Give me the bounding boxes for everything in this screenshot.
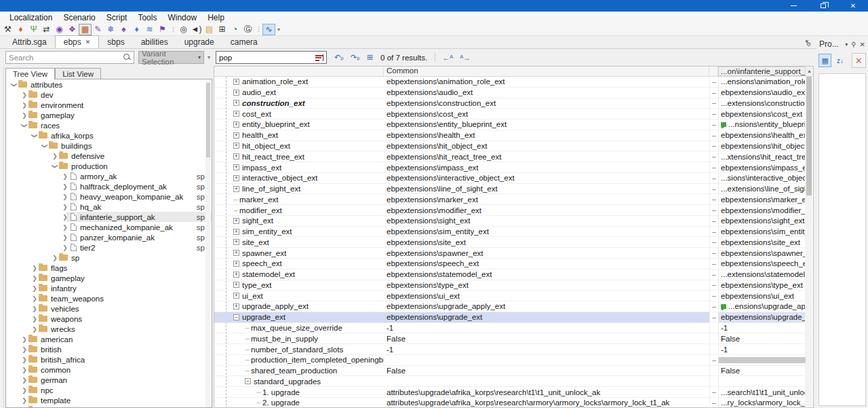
grid-scrollbar-thumb[interactable]: [806, 77, 812, 196]
chevron-expanded-icon[interactable]: ❯: [21, 122, 28, 130]
clear-button[interactable]: ✕: [852, 53, 866, 68]
toolbar-overflow-icon[interactable]: ▾: [208, 54, 210, 60]
tree-item-hq_ak[interactable]: ❯hq_aksp: [6, 202, 212, 212]
chevron-expanded-icon[interactable]: ❯: [52, 162, 58, 170]
tree-scrollbar-thumb[interactable]: [206, 83, 210, 157]
tree-item-team_weapons[interactable]: ❯team_weapons: [6, 293, 212, 303]
tree-item-production[interactable]: ❯production: [6, 161, 212, 171]
menu-item-tools[interactable]: Tools: [132, 12, 162, 23]
snowflake-icon[interactable]: ❄: [104, 24, 117, 35]
expand-plus-icon[interactable]: +: [233, 272, 239, 278]
grid-row-health_ext[interactable]: +health_extebpextensions\health_ext–ebpe…: [214, 130, 813, 141]
grid-row-type_ext[interactable]: +type_extebpextensions\type_ext–ebpexten…: [214, 280, 813, 291]
menu-item-help[interactable]: Help: [202, 12, 230, 23]
tree-item-american[interactable]: ❯american: [6, 334, 212, 344]
grid-row-audio_ext[interactable]: +audio_extebpextensions\audio_ext–ebpext…: [214, 88, 813, 98]
chevron-collapsed-icon[interactable]: ❯: [20, 377, 28, 384]
grid-row-max_queue_size_override[interactable]: ---max_queue_size_override-1-1: [214, 323, 813, 334]
tree-item-afrika_korps[interactable]: ❯afrika_korps: [6, 130, 212, 141]
find-all-icon[interactable]: ⊞: [367, 53, 373, 62]
scroll-up-icon[interactable]: ▲: [806, 67, 813, 76]
speaker-icon[interactable]: ◄): [190, 24, 203, 35]
filter-icon[interactable]: [315, 54, 323, 61]
droplet-icon[interactable]: ♦: [130, 24, 143, 35]
chevron-expanded-icon[interactable]: ❯: [11, 81, 18, 89]
tree-item-halftrack_deployment_ak[interactable]: ❯halftrack_deployment_aksp: [6, 181, 212, 191]
chevron-collapsed-icon[interactable]: ❯: [20, 367, 28, 373]
toolbar-overflow-icon[interactable]: ▾: [277, 26, 280, 33]
chevron-collapsed-icon[interactable]: ❯: [20, 397, 28, 404]
find-input[interactable]: pop: [216, 51, 327, 64]
expand-plus-icon[interactable]: +: [233, 175, 239, 181]
find-next-icon[interactable]: ↷ₚ: [351, 53, 360, 62]
tab-camera[interactable]: camera: [222, 35, 266, 48]
chevron-collapsed-icon[interactable]: ❯: [51, 153, 59, 160]
chevron-none[interactable]: ❯: [61, 214, 69, 221]
chevron-none[interactable]: ❯: [61, 224, 69, 231]
tree-item-attributes[interactable]: ❯attributes: [6, 79, 212, 90]
grid-row-construction_ext[interactable]: +construction_extebpextensions\construct…: [214, 98, 813, 109]
file-column-hscrollbar[interactable]: [719, 357, 806, 363]
tab-abilities[interactable]: abilities: [133, 35, 176, 48]
tree-item-gameplay[interactable]: ❯gameplay: [6, 273, 212, 283]
chevron-none[interactable]: ❯: [61, 183, 69, 190]
chevron-collapsed-icon[interactable]: ❯: [20, 336, 28, 343]
tab-ebps[interactable]: ebps✕: [55, 35, 100, 48]
collapse-minus-icon[interactable]: −: [233, 314, 239, 320]
tab-attrib-sga[interactable]: Attrib.sga: [4, 35, 55, 48]
tree-item-races[interactable]: ❯races: [6, 120, 212, 130]
properties-menu-icon[interactable]: ▾: [845, 41, 848, 48]
minimize-button[interactable]: [778, 0, 808, 12]
tree-item-gameplay[interactable]: ❯gameplay: [6, 110, 212, 120]
expand-plus-icon[interactable]: +: [233, 132, 239, 138]
category-view-button[interactable]: ▦: [818, 54, 831, 67]
tree-item-sp[interactable]: ❯sp: [6, 253, 212, 263]
grid-orange-icon[interactable]: ▦: [79, 24, 92, 35]
pin-icon[interactable]: ⚲: [851, 41, 856, 48]
column-header-file[interactable]: ...on\infanterie_support_ak (de: [718, 67, 806, 76]
chevron-collapsed-icon[interactable]: ❯: [31, 316, 39, 322]
grid-row-sim_entity_ext[interactable]: +sim_entity_extebpextensions\sim_entity_…: [214, 227, 813, 238]
chevron-none[interactable]: ❯: [61, 173, 69, 180]
tree-item-wrecks[interactable]: ❯wrecks: [6, 324, 212, 334]
chevron-none[interactable]: ❯: [61, 193, 69, 200]
expand-plus-icon[interactable]: +: [233, 250, 239, 256]
tree-item-common[interactable]: ❯common: [6, 365, 212, 375]
tree-scrollbar[interactable]: [205, 80, 211, 408]
grid-row-hit_object_ext[interactable]: +hit_object_extebpextensions\hit_object_…: [214, 141, 813, 152]
spline-icon[interactable]: ∿: [262, 24, 275, 35]
expand-plus-icon[interactable]: +: [233, 303, 239, 310]
eye-icon[interactable]: ◔: [229, 24, 241, 35]
grid-row-spawner_ext[interactable]: +spawner_extebpextensions\spawner_ext–eb…: [214, 248, 813, 259]
chevron-none[interactable]: ❯: [61, 204, 69, 210]
tab-close-icon[interactable]: ✕: [85, 39, 91, 45]
tree-item-vehicles[interactable]: ❯vehicles: [6, 303, 212, 314]
grid-scrollbar[interactable]: [805, 77, 812, 407]
chevron-collapsed-icon[interactable]: ❯: [20, 346, 28, 353]
menu-item-window[interactable]: Window: [162, 12, 202, 23]
tree-item-british_africa[interactable]: ❯british_africa: [6, 354, 212, 365]
tree-item-flags[interactable]: ❯flags: [6, 263, 212, 273]
chevron-none[interactable]: ❯: [61, 244, 69, 251]
grid-row-cost_ext[interactable]: +cost_extebpextensions\cost_ext–ebpexten…: [214, 109, 813, 119]
grid-row-shared_team_production[interactable]: ---shared_team_productionFalseFalse: [214, 366, 813, 377]
expand-icon[interactable]: ⊞: [216, 24, 229, 35]
chevron-none[interactable]: ❯: [61, 234, 69, 241]
chevron-collapsed-icon[interactable]: ❯: [31, 295, 39, 302]
expand-plus-icon[interactable]: +: [233, 100, 239, 106]
tree-item-tier2[interactable]: ❯tier2sp: [6, 242, 212, 253]
chevron-collapsed-icon[interactable]: ❯: [31, 275, 39, 282]
chevron-collapsed-icon[interactable]: ❯: [31, 285, 39, 292]
shield-icon[interactable]: ♠: [117, 24, 130, 35]
expand-plus-icon[interactable]: +: [233, 239, 239, 245]
grid-row-standard_upgrades[interactable]: −standard_upgrades: [214, 376, 813, 387]
package-icon[interactable]: ❖: [66, 24, 79, 35]
expand-plus-icon[interactable]: +: [233, 218, 239, 224]
grid-row-hit_react_tree_ext[interactable]: +hit_react_tree_extebpextensions\hit_rea…: [214, 151, 813, 162]
bulb-icon[interactable]: ◉: [53, 24, 66, 35]
tree-item-british[interactable]: ❯british: [6, 344, 212, 354]
chevron-collapsed-icon[interactable]: ❯: [31, 305, 39, 312]
tree-item-german[interactable]: ❯german: [6, 375, 212, 385]
tree-item-infantry[interactable]: ❯infantry: [6, 283, 212, 293]
grid-row-entity_blueprint_ext[interactable]: +entity_blueprint_extebpextensions\entit…: [214, 119, 813, 130]
